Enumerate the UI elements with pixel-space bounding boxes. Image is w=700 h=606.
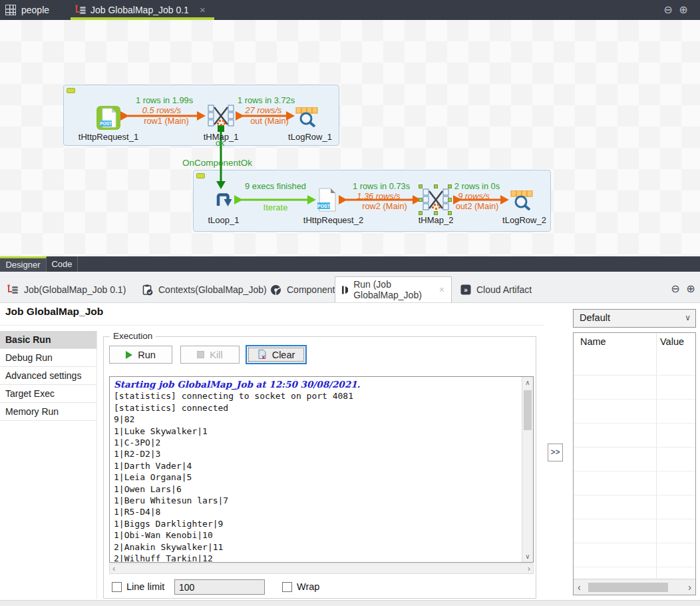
tab-people[interactable]: people: [0, 0, 67, 20]
thttprequest-2-component[interactable]: POST: [317, 188, 337, 212]
wrap-checkbox[interactable]: [282, 582, 292, 592]
execution-console[interactable]: Starting job GlobalMap_Job at 12:50 30/0…: [109, 376, 534, 563]
window-bottom-edge: [0, 600, 700, 606]
table-row[interactable]: [574, 400, 695, 424]
sidebar-item-memory-run[interactable]: Memory Run: [0, 403, 96, 421]
clear-button[interactable]: x Clear: [246, 345, 307, 364]
table-row[interactable]: [574, 543, 695, 567]
subjob-2-collapse-button[interactable]: [196, 173, 205, 178]
trigger-type-label[interactable]: OnComponentOk: [182, 158, 252, 168]
connection-name-label[interactable]: row1 (Main): [144, 116, 189, 126]
job-design-canvas[interactable]: POST tHttpRequest_1 tHMa: [0, 20, 700, 256]
tab-code[interactable]: Code: [47, 256, 78, 272]
connection-name-label[interactable]: Iterate: [263, 202, 288, 212]
subjob-1-collapse-button[interactable]: [67, 88, 75, 93]
sidebar-item-debug-run[interactable]: Debug Run: [0, 349, 96, 367]
component-palette-icon: [270, 284, 281, 296]
tab-job-view-label: Job(GlobalMap_Job 0.1): [24, 284, 126, 295]
connection-name-label[interactable]: out2 (Main): [456, 201, 499, 211]
component-label[interactable]: tLoop_1: [208, 215, 240, 225]
svg-text:»: »: [464, 286, 468, 294]
tlogrow-2-component[interactable]: [510, 190, 533, 210]
clear-document-icon: x: [258, 350, 267, 360]
component-label[interactable]: tHMap_2: [419, 215, 454, 225]
sidebar-item-basic-run[interactable]: Basic Run: [0, 331, 96, 349]
kill-button[interactable]: Kill: [180, 346, 240, 364]
bottom-panel-tab-bar: Job(GlobalMap_Job 0.1) Contexts(GlobalMa…: [0, 272, 700, 303]
svg-text:POST: POST: [317, 204, 331, 208]
table-row[interactable]: [574, 352, 695, 376]
title-separator: [0, 325, 544, 326]
editor-tab-bar: people Job GlobalMap_Job 0.1 × ⊖ ⊕: [0, 0, 700, 20]
selection-handle[interactable]: [419, 198, 423, 202]
connection-name-label[interactable]: row2 (Main): [362, 201, 407, 211]
sidebar-item-advanced-settings[interactable]: Advanced settings: [0, 367, 96, 385]
component-label[interactable]: tLogRow_2: [502, 215, 546, 225]
table-row[interactable]: [574, 448, 695, 471]
selection-handle[interactable]: [434, 184, 438, 188]
tab-run[interactable]: Run (Job GlobalMap_Job) ×: [335, 276, 452, 302]
stop-icon: [197, 351, 204, 358]
table-horizontal-scrollbar[interactable]: ‹ ›: [574, 579, 695, 595]
minimize-view-icon[interactable]: ⊖: [663, 5, 673, 15]
thttprequest-1-component[interactable]: POST: [96, 106, 120, 130]
run-button[interactable]: Run: [109, 346, 172, 364]
line-limit-label: Line limit: [126, 581, 164, 592]
maximize-panel-icon[interactable]: ⊕: [685, 284, 696, 294]
line-limit-input[interactable]: [174, 579, 265, 595]
scroll-right-icon[interactable]: ›: [528, 564, 530, 573]
selection-handle[interactable]: [419, 184, 423, 188]
minimize-panel-icon[interactable]: ⊖: [670, 284, 681, 294]
row-rate-label: 9 rows/s: [458, 191, 490, 201]
selection-handle[interactable]: [448, 184, 452, 188]
play-icon: [126, 351, 132, 359]
context-selector-value: Default: [580, 312, 610, 323]
column-header-value[interactable]: Value: [660, 336, 684, 347]
component-label[interactable]: tHttpRequest_2: [303, 215, 363, 225]
component-label[interactable]: tHttpRequest_1: [79, 132, 138, 142]
row-stat-label: 1 rows in 1.99s: [136, 95, 193, 105]
scrollbar-thumb[interactable]: [588, 583, 668, 592]
tab-designer[interactable]: Designer: [0, 256, 47, 272]
move-context-button[interactable]: >>: [548, 444, 563, 461]
context-variables-table[interactable]: Name Value ‹ ›: [573, 332, 696, 595]
tab-component[interactable]: Component: [263, 277, 341, 302]
scroll-up-icon[interactable]: ∧: [522, 379, 533, 386]
context-selector[interactable]: Default ∨: [573, 309, 696, 328]
kill-button-label: Kill: [210, 350, 222, 360]
thmap-2-component[interactable]: [422, 188, 450, 212]
maximize-view-icon[interactable]: ⊕: [678, 5, 689, 15]
tab-run-close-icon[interactable]: ×: [439, 284, 444, 295]
chevron-down-icon: ∨: [685, 313, 691, 322]
console-horizontal-scrollbar[interactable]: ‹ ›: [109, 563, 534, 574]
selection-handle[interactable]: [448, 198, 452, 202]
tab-cloud-artifact[interactable]: » Cloud Artifact: [454, 277, 538, 302]
tlogrow-1-component[interactable]: [295, 107, 318, 127]
console-log-lines: [statistics] connecting to socket on por…: [114, 390, 513, 563]
table-row[interactable]: [574, 471, 695, 495]
table-row[interactable]: [574, 495, 695, 519]
wrap-label: Wrap: [297, 581, 319, 592]
dataset-grid-icon: [5, 5, 16, 15]
line-limit-checkbox[interactable]: [112, 582, 122, 592]
console-start-line: Starting job GlobalMap_Job at 12:50 30/0…: [114, 379, 513, 390]
component-label[interactable]: tLogRow_1: [288, 132, 332, 142]
table-row[interactable]: [574, 519, 695, 543]
column-header-name[interactable]: Name: [580, 336, 606, 347]
tab-contexts[interactable]: Contexts(GlobalMap_Job): [135, 277, 273, 302]
table-row[interactable]: [574, 376, 695, 400]
scroll-right-icon[interactable]: ›: [688, 582, 691, 593]
run-button-label: Run: [138, 350, 156, 360]
tloop-1-component[interactable]: [213, 190, 233, 210]
sidebar-item-target-exec[interactable]: Target Exec: [0, 385, 96, 403]
console-vertical-scrollbar[interactable]: ∧ ∨: [522, 377, 533, 562]
tab-job-view[interactable]: Job(GlobalMap_Job 0.1): [0, 277, 132, 302]
thmap-1-component[interactable]: [207, 104, 235, 128]
run-view-title: Job GlobalMap_Job: [5, 306, 103, 318]
scroll-left-icon[interactable]: ‹: [112, 564, 115, 573]
connection-name-label[interactable]: out (Main): [250, 116, 289, 126]
scroll-left-icon[interactable]: ‹: [578, 582, 581, 593]
scrollbar-thumb[interactable]: [524, 390, 532, 430]
scroll-down-icon[interactable]: ∨: [522, 553, 533, 560]
table-row[interactable]: [574, 424, 695, 448]
